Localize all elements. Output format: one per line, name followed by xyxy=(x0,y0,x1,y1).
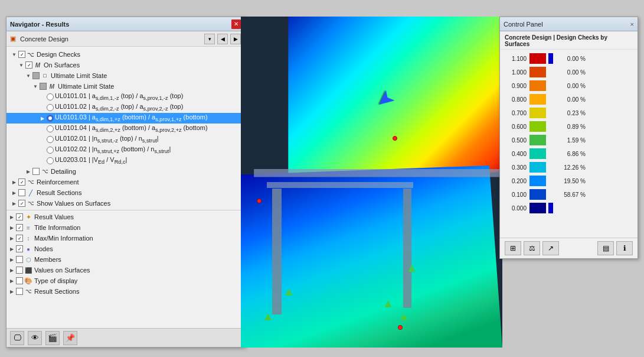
ul0101-03-label: UL0101.03 | as,dim,1,+z (bottom) / as,pr… xyxy=(55,113,208,122)
expand-arrow-members: ▶ xyxy=(9,257,15,262)
cp-grid-button[interactable]: ⊞ xyxy=(505,241,521,255)
ul0203-01-label: UL0203.01 | |VEd / VRd,c| xyxy=(55,156,127,165)
radio-ul0102-01[interactable] xyxy=(47,136,54,143)
cp-titlebar: Control Panel × xyxy=(500,17,638,31)
slab-edge xyxy=(254,169,502,177)
tree-item-type-display[interactable]: ▶ 🎨 Type of display xyxy=(6,275,244,286)
tree-item-show-values[interactable]: ▶ ⌥ Show Values on Surfaces xyxy=(6,198,244,209)
checkbox-type-display[interactable] xyxy=(16,277,23,284)
values-on-surfaces-label: Values on Surfaces xyxy=(34,267,90,274)
tree-item-members[interactable]: ▶ ⬡ Members xyxy=(6,254,244,265)
tree-item-result-values[interactable]: ▶ ✦ Result Values xyxy=(6,212,244,222)
radio-ul0102-02[interactable] xyxy=(47,147,54,154)
bottom-pin-button[interactable]: 📌 xyxy=(63,331,77,345)
tree-item-on-surfaces[interactable]: ▼ M On Surfaces xyxy=(6,60,244,70)
radio-ul0101-04[interactable] xyxy=(47,125,54,132)
radio-ul0101-01[interactable] xyxy=(47,93,54,100)
tree-item-ul0101-02[interactable]: ▶ UL0101.02 | as,dim,2,-z (top) / as,pro… xyxy=(6,102,244,113)
checkbox-result-sections-2[interactable] xyxy=(16,288,23,295)
checkbox-uls-group[interactable] xyxy=(32,72,40,79)
tree-item-title-info[interactable]: ▶ ≡ Title Information xyxy=(6,222,244,233)
navigator-bottom-toolbar: 🖵 👁 🎬 📌 xyxy=(6,328,244,347)
checkbox-on-surfaces[interactable] xyxy=(25,61,32,69)
bottom-view-button[interactable]: 👁 xyxy=(28,331,42,345)
nodes-icon: ● xyxy=(24,245,32,253)
reinforcement-label: Reinforcement xyxy=(37,178,79,186)
checkbox-members[interactable] xyxy=(16,256,23,263)
tree-item-maxmin[interactable]: ▶ ↕ Max/Min Information xyxy=(6,233,244,244)
tree-item-ul0101-01[interactable]: ▶ UL0101.01 | as,dim,1,-z (top) / as,pro… xyxy=(6,92,244,102)
cp-table-button[interactable]: ▤ xyxy=(597,241,614,255)
tree-item-ul0101-03[interactable]: ▶ UL0101.03 | as,dim,1,+z (bottom) / as,… xyxy=(6,113,244,124)
legend-row: 0.9000.00 % xyxy=(505,79,633,92)
tree-item-result-sections-2[interactable]: ▶ ⌥ Result Sections xyxy=(6,286,244,297)
navigator-close-button[interactable]: ✕ xyxy=(231,20,241,29)
checkbox-design-checks[interactable] xyxy=(18,51,25,58)
legend-percentage: 0.00 % xyxy=(556,83,586,89)
radio-ul0203-01[interactable] xyxy=(47,157,54,164)
values-on-surfaces-icon: ⬛ xyxy=(24,266,32,274)
legend-percentage: 0.23 % xyxy=(556,110,586,116)
checkbox-uls-inner[interactable] xyxy=(40,83,47,90)
bottom-render-button[interactable]: 🎬 xyxy=(45,331,60,345)
toolbar-next-button[interactable]: ▶ xyxy=(230,34,241,44)
reinforcement-icon: ⌥ xyxy=(27,178,35,186)
type-display-icon: 🎨 xyxy=(24,277,32,285)
toolbar-dropdown-button[interactable]: ▾ xyxy=(204,34,215,44)
checkbox-reinforcement[interactable] xyxy=(18,178,25,186)
radio-ul0101-03[interactable] xyxy=(47,115,54,122)
cp-info-button[interactable]: ℹ xyxy=(616,241,633,255)
tree-item-uls-inner[interactable]: ▼ M Ultimate Limit State xyxy=(6,81,244,92)
tree-item-ul0203-01[interactable]: ▶ UL0203.01 | |VEd / VRd,c| xyxy=(6,155,244,166)
cp-close-button[interactable]: × xyxy=(630,21,634,28)
tree-item-result-sections[interactable]: ▶ ╱ Result Sections xyxy=(6,187,244,198)
tree-item-uls-group[interactable]: ▼ □ Ultimate Limit State xyxy=(6,70,244,81)
expand-arrow-2: ▼ xyxy=(18,62,24,68)
checkbox-values-on-surfaces[interactable] xyxy=(16,267,23,274)
tree-item-nodes[interactable]: ▶ ● Nodes xyxy=(6,244,244,254)
bottom-display-button[interactable]: 🖵 xyxy=(10,331,24,345)
tree-item-detailing[interactable]: ▶ ⌥ Detailing xyxy=(6,166,244,177)
legend-value: 1.100 xyxy=(505,56,529,62)
legend-color-swatch xyxy=(529,176,546,186)
tree-item-values-on-surfaces[interactable]: ▶ ⬛ Values on Surfaces xyxy=(6,265,244,275)
members-label: Members xyxy=(34,256,61,263)
legend-row: 0.20019.50 % xyxy=(505,174,633,187)
checkbox-nodes[interactable] xyxy=(16,245,23,252)
design-checks-label: Design Checks xyxy=(37,51,80,58)
tree-item-reinforcement[interactable]: ▶ ⌥ Reinforcement xyxy=(6,177,244,187)
red-marker-3 xyxy=(398,325,403,330)
cp-title: Control Panel xyxy=(504,21,543,28)
column-left xyxy=(272,189,282,314)
red-marker-1 xyxy=(393,136,397,141)
checkbox-title-info[interactable] xyxy=(16,224,23,231)
maxmin-label: Max/Min Information xyxy=(34,235,93,242)
tree-item-ul0102-01[interactable]: ▶ UL0102.01 | |ns,strut,-z (top) / ns,st… xyxy=(6,134,244,145)
tree-item-ul0102-02[interactable]: ▶ UL0102.02 | |ns,strut,+z (bottom) / ns… xyxy=(6,145,244,155)
cp-export-button[interactable]: ↗ xyxy=(542,241,559,255)
tree-item-design-checks[interactable]: ▼ ⌥ Design Checks xyxy=(6,49,244,60)
legend-row: 0.8000.00 % xyxy=(505,93,633,106)
checkbox-show-values[interactable] xyxy=(18,200,25,207)
expand-arrow-3: ▼ xyxy=(25,73,31,79)
type-display-label: Type of display xyxy=(34,277,77,284)
toolbar-prev-button[interactable]: ◀ xyxy=(217,34,228,44)
result-sections-icon: ╱ xyxy=(27,189,35,197)
spacer-6: ▶ xyxy=(40,147,45,153)
cp-filter-button[interactable]: ⚖ xyxy=(524,241,540,255)
spacer-4: ▶ xyxy=(40,126,45,132)
legend-value: 0.600 xyxy=(505,124,529,130)
3d-viewport[interactable]: ➤ xyxy=(241,17,502,348)
result-sections-2-label: Result Sections xyxy=(34,288,79,295)
cp-bottom-toolbar: ⊞ ⚖ ↗ ▤ ℹ xyxy=(500,238,638,258)
checkbox-maxmin[interactable] xyxy=(16,235,23,242)
checkbox-result-values[interactable] xyxy=(16,213,23,220)
expand-arrow-vos: ▶ xyxy=(9,267,15,273)
legend-container: 1.1000.00 %1.0000.00 %0.9000.00 %0.8000.… xyxy=(500,50,638,238)
expand-arrow-rs: ▶ xyxy=(11,190,17,196)
radio-ul0101-02[interactable] xyxy=(47,104,54,111)
checkbox-detailing[interactable] xyxy=(32,168,40,175)
cp-subtitle: Concrete Design | Design Checks by Surfa… xyxy=(500,31,638,50)
tree-item-ul0101-04[interactable]: ▶ UL0101.04 | as,dim,2,+z (bottom) / as,… xyxy=(6,124,244,134)
checkbox-result-sections[interactable] xyxy=(18,189,25,196)
